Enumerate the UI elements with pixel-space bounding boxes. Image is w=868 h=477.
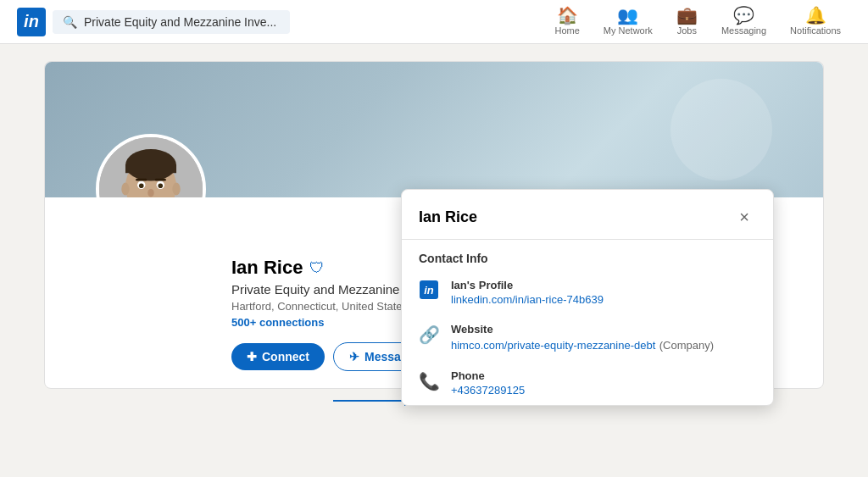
svg-rect-17	[136, 179, 147, 181]
connect-label: Connect	[262, 350, 309, 363]
profile-card: Ian Rice 🛡 Private Equity and Mezzanine …	[44, 61, 824, 389]
contact-website-value-row: himco.com/private-equity-mezzanine-debt …	[451, 337, 756, 352]
nav-home[interactable]: 🏠 Home	[544, 0, 589, 44]
nav-home-label: Home	[554, 25, 579, 36]
verified-icon: 🛡	[309, 259, 325, 277]
navbar: in 🔍 🏠 Home 👥 My Network 💼 Jobs 💬 Messag…	[0, 0, 868, 44]
connect-button[interactable]: ✚ Connect	[231, 343, 325, 370]
svg-rect-10	[125, 165, 176, 173]
connections-suffix: connections	[256, 316, 324, 329]
profile-avatar-container	[96, 134, 206, 197]
search-input[interactable]	[84, 15, 280, 29]
contact-linkedin-value[interactable]: linkedin.com/in/ian-rice-74b639	[451, 293, 756, 306]
avatar	[96, 134, 206, 197]
nav-network[interactable]: 👥 My Network	[593, 0, 663, 44]
nav-jobs-label: Jobs	[677, 25, 697, 36]
nav-notifications[interactable]: 🔔 Notifications	[780, 0, 851, 44]
search-icon: 🔍	[63, 15, 77, 29]
svg-rect-18	[155, 179, 166, 181]
contact-linkedin-label: Ian's Profile	[451, 279, 756, 291]
profile-name: Ian Rice	[231, 257, 303, 279]
contact-website-section: 🔗 Website himco.com/private-equity-mezza…	[402, 314, 773, 361]
svg-point-19	[147, 189, 154, 197]
modal-subtitle: Contact Info	[402, 240, 773, 270]
avatar-image	[99, 134, 203, 197]
modal-title: Ian Rice	[419, 208, 477, 226]
linkedin-logo[interactable]: in	[17, 8, 46, 36]
contact-linkedin-details: Ian's Profile linkedin.com/in/ian-rice-7…	[451, 279, 756, 306]
contact-website-details: Website himco.com/private-equity-mezzani…	[451, 323, 756, 352]
website-icon: 🔗	[419, 324, 439, 345]
svg-point-15	[139, 183, 144, 188]
contact-linkedin-section: in Ian's Profile linkedin.com/in/ian-ric…	[402, 270, 773, 314]
search-bar[interactable]: 🔍	[53, 10, 290, 34]
modal-close-button[interactable]: ×	[732, 205, 756, 229]
profile-location: Hartford, Connecticut, United States	[231, 300, 408, 313]
contact-phone-section: 📞 Phone +43637289125	[402, 361, 773, 405]
nav-messaging-label: Messaging	[721, 25, 766, 36]
linkedin-section-icon: in	[419, 280, 439, 299]
svg-point-11	[121, 182, 129, 195]
contact-phone-details: Phone +43637289125	[451, 369, 756, 397]
notifications-icon: 🔔	[805, 7, 826, 24]
contact-phone-value[interactable]: +43637289125	[451, 384, 756, 397]
profile-banner	[45, 62, 823, 197]
nav-messaging[interactable]: 💬 Messaging	[711, 0, 776, 44]
nav-notifications-label: Notifications	[790, 25, 841, 36]
nav-jobs[interactable]: 💼 Jobs	[666, 0, 708, 44]
contact-website-value[interactable]: himco.com/private-equity-mezzanine-debt	[451, 339, 655, 352]
phone-icon: 📞	[419, 371, 439, 391]
nav-network-label: My Network	[604, 25, 653, 36]
svg-point-12	[172, 182, 180, 195]
contact-phone-label: Phone	[451, 369, 756, 382]
nav-items: 🏠 Home 👥 My Network 💼 Jobs 💬 Messaging 🔔…	[544, 0, 851, 44]
modal-header: Ian Rice ×	[402, 190, 773, 240]
message-icon: ✈	[349, 350, 359, 363]
jobs-icon: 💼	[676, 7, 698, 24]
contact-website-label: Website	[451, 323, 756, 336]
connect-icon: ✚	[247, 350, 257, 363]
main-content: Ian Rice 🛡 Private Equity and Mezzanine …	[27, 44, 841, 414]
contact-website-type: (Company)	[659, 339, 714, 352]
connections-count: 500+	[231, 316, 256, 329]
home-icon: 🏠	[557, 7, 578, 24]
network-icon: 👥	[617, 7, 638, 24]
messaging-icon: 💬	[733, 7, 754, 24]
svg-point-16	[158, 183, 163, 188]
contact-info-modal: Ian Rice × Contact Info in Ian's Profile…	[401, 189, 774, 406]
